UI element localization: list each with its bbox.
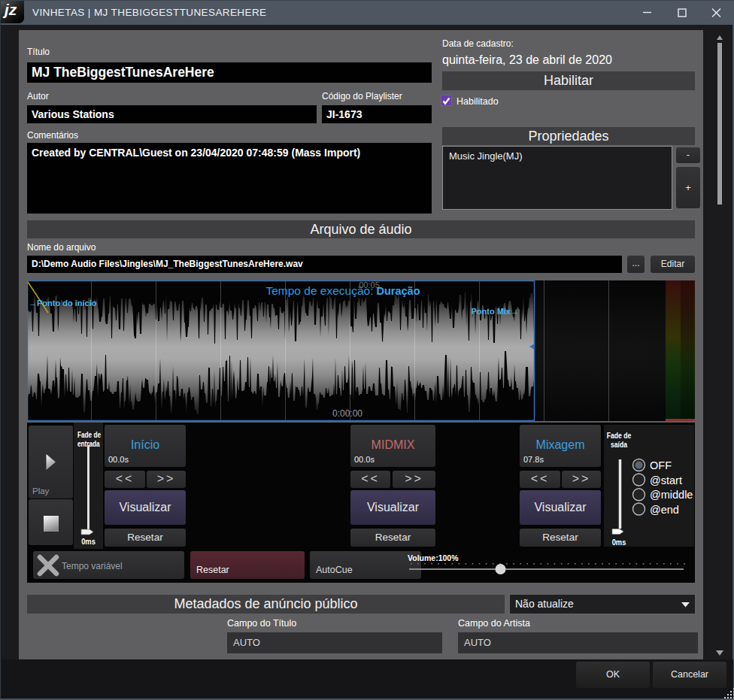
svg-text:Volume:100%: Volume:100% bbox=[408, 553, 459, 562]
svg-text:Play: Play bbox=[32, 486, 50, 495]
svg-text:Tempo de execução:: Tempo de execução: bbox=[265, 284, 373, 297]
svg-text:Ponto Mix→: Ponto Mix→ bbox=[471, 307, 519, 316]
svg-text:0:00:00: 0:00:00 bbox=[332, 408, 362, 419]
svg-text:Duração: Duração bbox=[377, 285, 420, 297]
svg-text:→Ponto do início: →Ponto do início bbox=[29, 298, 97, 308]
